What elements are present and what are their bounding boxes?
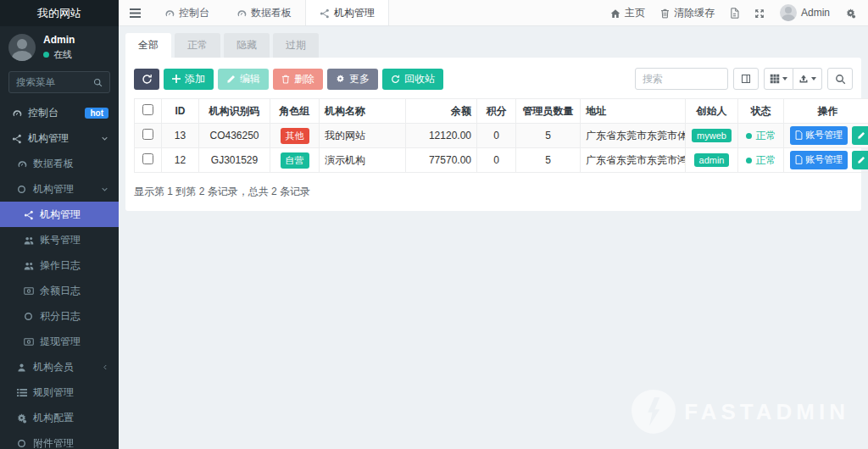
menu-label: 规则管理 (33, 385, 74, 400)
cell-balance: 77570.00 (406, 148, 477, 173)
tab-normal[interactable]: 正常 (175, 33, 220, 58)
money-icon (23, 335, 34, 347)
sidebar-item-operation-log[interactable]: 操作日志 (0, 252, 119, 278)
col-actions: 操作 (784, 99, 868, 124)
home-label: 主页 (625, 6, 645, 20)
search-button[interactable] (827, 68, 853, 90)
row-checkbox[interactable] (142, 129, 153, 140)
clear-cache-button[interactable]: 清除缓存 (660, 6, 715, 20)
circle-icon (16, 183, 27, 195)
founder-badge: myweb (692, 129, 732, 142)
select-all-checkbox[interactable] (142, 104, 153, 115)
sidebar-item-org-member[interactable]: 机构会员 (0, 354, 119, 380)
status-dot-icon (746, 158, 752, 164)
sidebar-item-balance-log[interactable]: 余额日志 (0, 278, 119, 303)
settings-button[interactable] (845, 7, 856, 19)
menu-label: 机构会员 (33, 360, 74, 374)
cell-address: 广东省东莞市东莞市体育路 (581, 124, 686, 148)
site-title: 我的网站 (0, 0, 119, 26)
check-update-button[interactable] (730, 7, 739, 19)
export-button[interactable] (793, 68, 822, 90)
fastadmin-logo-icon (632, 390, 676, 434)
topnav-tab-org-manage[interactable]: 机构管理 (305, 0, 389, 25)
avatar (780, 4, 797, 21)
delete-button[interactable]: 删除 (273, 69, 323, 90)
cell-id: 13 (162, 124, 199, 148)
tab-hidden[interactable]: 隐藏 (224, 33, 270, 58)
sidebar-item-rule-manage[interactable]: 规则管理 (0, 380, 119, 405)
records-summary: 显示第 1 到第 2 条记录，总共 2 条记录 (134, 185, 853, 199)
refresh-button[interactable] (134, 69, 159, 90)
sidebar-item-attachment-manage[interactable]: 附件管理 (0, 430, 119, 449)
avatar (8, 34, 36, 61)
table-row[interactable]: 12 GJ301529 自营 演示机构 77570.00 0 5 广东省东莞市东… (135, 148, 868, 173)
cell-actions: 账号管理 (784, 148, 868, 173)
fullscreen-button[interactable] (754, 7, 765, 19)
toggle-view-button[interactable] (733, 68, 759, 90)
sidebar-item-org-manage[interactable]: 机构管理 (0, 202, 119, 227)
add-button[interactable]: 添加 (164, 69, 214, 90)
account-manage-button[interactable]: 账号管理 (790, 126, 848, 145)
list-icon (16, 386, 27, 398)
sidebar-menu: 控制台 hot 机构管理 数据看板 机构管理 机构管理 账号管理 操作日志 (0, 100, 119, 449)
tachometer-icon (11, 107, 22, 119)
menu-label: 控制台 (28, 106, 58, 120)
edit-button[interactable]: 编辑 (218, 69, 269, 90)
sidebar-item-org-config[interactable]: 机构配置 (0, 405, 119, 430)
sidebar-item-withdraw-manage[interactable]: 提现管理 (0, 329, 119, 354)
sidebar-item-databoard[interactable]: 数据看板 (0, 151, 119, 176)
home-icon (610, 7, 620, 19)
chevron-down-icon (811, 77, 816, 80)
sidebar-item-score-log[interactable]: 积分日志 (0, 303, 119, 329)
table-search-input[interactable] (635, 68, 728, 90)
menu-label: 账号管理 (40, 233, 81, 247)
tab-expired[interactable]: 过期 (273, 33, 319, 58)
sidebar-item-account-manage[interactable]: 账号管理 (0, 227, 119, 252)
topnav-tab-databoard[interactable]: 数据看板 (223, 0, 305, 25)
topnav: 控制台 数据看板 机构管理 (151, 0, 389, 25)
account-manage-button[interactable]: 账号管理 (790, 151, 848, 169)
sidebar-item-org-manage-top[interactable]: 机构管理 (0, 125, 119, 151)
chevron-left-icon (102, 361, 108, 373)
hot-badge: hot (85, 108, 108, 119)
cell-admins: 5 (516, 148, 581, 173)
search-icon[interactable] (93, 76, 103, 88)
menu-label: 操作日志 (40, 258, 81, 273)
row-checkbox[interactable] (142, 153, 153, 164)
user-menu[interactable]: Admin (780, 4, 830, 21)
menu-search-input[interactable] (16, 77, 93, 87)
cell-id: 12 (162, 148, 199, 173)
role-badge: 自营 (281, 152, 309, 169)
sidebar-toggle-icon[interactable] (119, 0, 151, 25)
account-manage-label: 账号管理 (805, 153, 843, 166)
sidebar-item-org-manage-group[interactable]: 机构管理 (0, 176, 119, 202)
tab-all[interactable]: 全部 (125, 33, 171, 58)
money-icon (23, 285, 34, 297)
table-row[interactable]: 13 CO436250 其他 我的网站 12120.00 0 5 广东省东莞市东… (135, 124, 868, 148)
home-link[interactable]: 主页 (610, 6, 645, 20)
recycle-bin-button[interactable]: 回收站 (382, 69, 443, 90)
columns-button[interactable] (764, 68, 793, 90)
row-edit-button[interactable] (852, 126, 868, 145)
sidebar-item-console[interactable]: 控制台 hot (0, 100, 119, 125)
online-label: 在线 (53, 48, 72, 61)
menu-label: 机构管理 (33, 182, 74, 197)
more-button[interactable]: 更多 (327, 69, 378, 90)
toolbar: 添加 编辑 删除 更多 回收站 (134, 68, 853, 90)
status-label: 正常 (756, 129, 776, 143)
row-select-cell (135, 148, 162, 173)
add-label: 添加 (185, 72, 205, 86)
menu-label: 数据看板 (33, 157, 74, 171)
cell-founder: myweb (686, 124, 738, 148)
user-icon (16, 361, 27, 373)
chevron-down-icon (782, 77, 787, 80)
cell-status: 正常 (738, 148, 784, 173)
cell-role: 其他 (270, 124, 320, 148)
cogs-icon (845, 7, 856, 19)
topnav-tab-console[interactable]: 控制台 (151, 0, 223, 25)
row-edit-button[interactable] (852, 151, 868, 169)
cell-status: 正常 (738, 124, 784, 148)
filter-tabs: 全部 正常 隐藏 过期 (125, 33, 861, 58)
cell-balance: 12120.00 (406, 124, 477, 148)
panel-body: 添加 编辑 删除 更多 回收站 ID (125, 58, 861, 211)
